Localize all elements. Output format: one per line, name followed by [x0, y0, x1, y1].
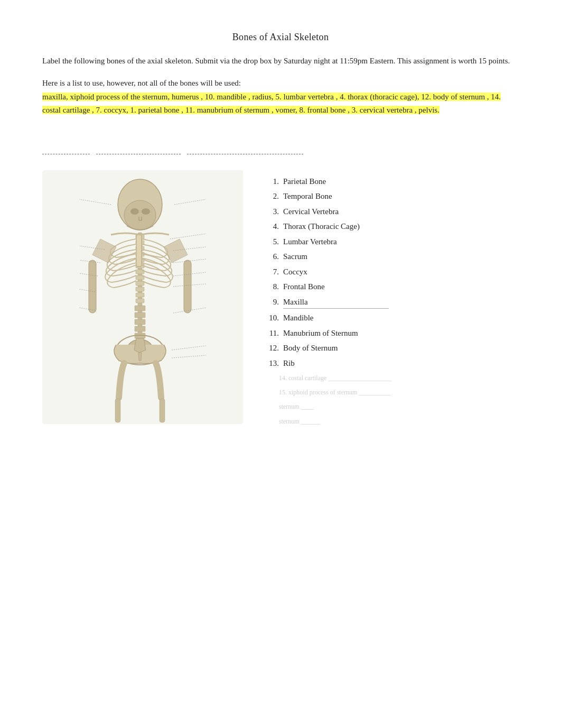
svg-rect-19: [135, 312, 145, 318]
list-item: 13.Rib: [264, 357, 519, 370]
list-item: 5. Lumbar Vertebra: [264, 236, 519, 248]
list-item-label: Manubrium of Sternum: [283, 327, 389, 339]
list-item: 3.Cervical Vertebra: [264, 206, 519, 218]
list-item-label: Temporal Bone: [283, 190, 389, 202]
list-item: 9. Maxilla: [264, 296, 519, 309]
list-item: 4.Thorax (Thoracic Cage): [264, 220, 519, 233]
list-item-label: Body of Sternum: [283, 342, 389, 354]
svg-rect-21: [135, 326, 145, 331]
list-item: 7.Coccyx: [264, 266, 519, 278]
list-item: 10.Mandible: [264, 312, 519, 324]
list-item: 8.Frontal Bone: [264, 281, 519, 293]
input-line-3[interactable]: [187, 144, 303, 154]
svg-point-4: [142, 208, 150, 215]
svg-rect-25: [184, 260, 191, 313]
list-item-label: Rib: [283, 357, 389, 370]
svg-rect-18: [135, 306, 145, 311]
list-item: 11.Manubrium of Sternum: [264, 327, 519, 339]
list-item-label: Maxilla: [283, 296, 389, 309]
svg-rect-16: [136, 293, 144, 297]
list-item-number: 5.: [264, 236, 279, 248]
svg-rect-15: [136, 287, 144, 291]
list-item-number: 6.: [264, 251, 279, 263]
list-item: 2.Temporal Bone: [264, 190, 519, 202]
list-item-label: Cervical Vertebra: [283, 206, 389, 218]
input-area: [42, 133, 519, 154]
list-item-number: 13.: [264, 357, 279, 370]
input-line-2[interactable]: [96, 144, 181, 154]
list-item-label: Parietal Bone: [283, 176, 389, 188]
svg-rect-20: [135, 319, 145, 325]
input-line-1[interactable]: [42, 144, 90, 154]
list-item-number: 8.: [264, 281, 279, 293]
list-item: 6.Sacrum: [264, 251, 519, 263]
highlighted-bones: maxilla, xiphoid process of the sternum,…: [42, 93, 501, 115]
numbered-list: 1.Parietal Bone2.Temporal Bone3.Cervical…: [264, 170, 519, 427]
svg-point-3: [130, 208, 139, 215]
list-item-label: Coccyx: [283, 266, 389, 278]
list-item-number: 2.: [264, 190, 279, 202]
list-item-label: Frontal Bone: [283, 281, 389, 293]
main-content: 1.Parietal Bone2.Temporal Bone3.Cervical…: [42, 170, 519, 427]
svg-point-2: [124, 200, 156, 230]
list-item-number: 3.: [264, 206, 279, 218]
page-title: Bones of Axial Skeleton: [42, 32, 519, 43]
bone-list-section: Here is a list to use, however, not all …: [42, 77, 519, 117]
skeleton-image: [42, 170, 243, 424]
svg-rect-28: [115, 399, 120, 422]
svg-rect-29: [160, 399, 165, 422]
list-item-number: 11.: [264, 327, 279, 339]
svg-rect-24: [89, 260, 96, 313]
list-item-number: 1.: [264, 176, 279, 188]
list-item-label: Mandible: [283, 312, 389, 324]
svg-rect-23: [136, 235, 142, 266]
list-item-number: 7.: [264, 266, 279, 278]
svg-rect-17: [136, 299, 144, 303]
blurred-additional-items: 14. costal cartilage ___________________…: [264, 373, 519, 427]
list-item-number: 9.: [264, 296, 279, 308]
list-item-number: 12.: [264, 342, 279, 354]
intro-prefix: Here is a list to use, however, not all …: [42, 79, 241, 87]
list-item-number: 4.: [264, 220, 279, 233]
list-item-label: Thorax (Thoracic Cage): [283, 220, 389, 233]
instructions-text: Label the following bones of the axial s…: [42, 54, 519, 67]
list-item-label: Sacrum: [283, 251, 389, 263]
list-item: 1.Parietal Bone: [264, 176, 519, 188]
list-item: 12.Body of Sternum: [264, 342, 519, 354]
list-item-label: Lumbar Vertebra: [283, 236, 389, 248]
list-item-number: 10.: [264, 312, 279, 324]
